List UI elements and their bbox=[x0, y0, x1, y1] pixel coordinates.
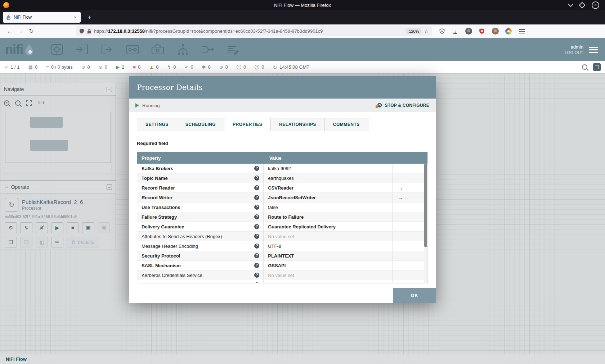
label-icon[interactable] bbox=[225, 43, 241, 56]
help-icon[interactable] bbox=[254, 263, 259, 268]
close-icon[interactable]: ✕ bbox=[592, 1, 599, 9]
window-titlebar: NiFi Flow — Mozilla Firefox ✕ bbox=[0, 0, 605, 10]
property-name: Security Protocol bbox=[142, 253, 180, 259]
back-button[interactable]: ← bbox=[4, 26, 15, 36]
reload-button[interactable]: ↻ bbox=[26, 26, 37, 36]
remote-process-group-icon[interactable] bbox=[150, 43, 166, 56]
tab-settings[interactable]: SETTINGS bbox=[137, 118, 177, 131]
maximize-icon[interactable] bbox=[579, 2, 585, 8]
zoom-level-badge[interactable]: 120% bbox=[406, 28, 421, 34]
new-tab-button[interactable]: + bbox=[84, 12, 95, 23]
running-icon: ▶ bbox=[116, 65, 120, 69]
help-icon[interactable] bbox=[254, 176, 259, 181]
forward-button[interactable]: → bbox=[15, 26, 26, 36]
property-value: Route to Failure bbox=[268, 214, 304, 220]
stop-and-configure-button[interactable]: ⚙ STOP & CONFIGURE bbox=[377, 103, 429, 108]
go-to-service-icon[interactable]: → bbox=[398, 195, 403, 201]
threads-icon: ▦ bbox=[28, 65, 33, 69]
help-icon[interactable] bbox=[254, 185, 259, 190]
property-name: Record Reader bbox=[142, 185, 175, 191]
search-icon[interactable] bbox=[582, 64, 587, 70]
help-icon[interactable] bbox=[254, 224, 259, 229]
property-row: Failure StrategyRoute to Failure bbox=[137, 212, 424, 222]
tab-close-icon[interactable]: ✕ bbox=[73, 15, 77, 20]
output-port-icon[interactable] bbox=[99, 43, 115, 56]
status-running: ▶2 bbox=[116, 64, 124, 70]
cluster-icon: ∞ bbox=[5, 65, 8, 69]
go-to-service-icon[interactable]: → bbox=[398, 185, 403, 191]
status-up-to-date: ✔0 bbox=[185, 64, 193, 70]
process-group-icon[interactable] bbox=[125, 43, 140, 56]
help-icon[interactable] bbox=[254, 195, 259, 200]
nifi-status-bar: ∞1 / 1▦0≡0 / 0 bytes⊘0⊘0▶2■0▲0↯0✔0✱0⊕0!0… bbox=[0, 61, 605, 73]
minimize-icon[interactable] bbox=[568, 1, 574, 7]
processor-icon[interactable] bbox=[49, 43, 65, 56]
connection-lock-icon[interactable] bbox=[87, 29, 91, 34]
table-scrollbar[interactable] bbox=[424, 164, 427, 283]
help-icon[interactable] bbox=[254, 166, 259, 171]
help-icon[interactable] bbox=[254, 214, 259, 219]
input-port-icon[interactable] bbox=[74, 43, 90, 56]
logout-link[interactable]: LOG OUT bbox=[565, 50, 583, 55]
property-name: Record Writer bbox=[142, 195, 172, 200]
status-cluster: ∞1 / 1 bbox=[5, 64, 20, 70]
help-icon[interactable] bbox=[254, 244, 259, 249]
status-count: 2 bbox=[122, 64, 124, 70]
status-count: 0 bbox=[35, 64, 37, 70]
table-rows: Kafka Brokerskafka:9092Topic Nameearthqu… bbox=[137, 164, 424, 283]
dialog-title: Processor Details bbox=[137, 83, 203, 92]
property-value: No value set bbox=[268, 273, 294, 278]
global-menu-icon[interactable] bbox=[589, 47, 598, 53]
nifi-wordmark: nifi bbox=[5, 42, 23, 57]
status-stopped: ■0 bbox=[133, 64, 140, 70]
funnel-icon[interactable] bbox=[175, 43, 191, 56]
required-field-label: Required field bbox=[137, 141, 428, 146]
up-to-date-icon: ✔ bbox=[185, 65, 189, 69]
url-text: https://172.18.0.3:32558/nifi/?processGr… bbox=[94, 28, 404, 34]
status-count: 0 bbox=[156, 64, 158, 70]
status-count: 0 bbox=[138, 64, 140, 70]
window-title: NiFi Flow — Mozilla Firefox bbox=[0, 3, 605, 8]
property-value: UTF-8 bbox=[268, 244, 281, 249]
help-icon[interactable] bbox=[254, 273, 259, 278]
status-threads: ▦0 bbox=[28, 64, 38, 70]
table-header: Property Value bbox=[137, 152, 427, 164]
pocket-icon[interactable] bbox=[437, 27, 447, 36]
property-name: SASL Mechanism bbox=[142, 263, 181, 268]
dialog-header[interactable]: Processor Details bbox=[129, 76, 436, 99]
tab-properties[interactable]: PROPERTIES bbox=[224, 118, 271, 131]
tracking-shield-icon[interactable] bbox=[79, 28, 84, 34]
ok-button[interactable]: OK bbox=[393, 288, 436, 303]
menu-button[interactable] bbox=[517, 27, 526, 36]
profile-avatar-extension-icon[interactable] bbox=[490, 27, 500, 36]
account-avatar[interactable] bbox=[464, 27, 473, 36]
tab-relationships[interactable]: RELATIONSHIPS bbox=[270, 118, 325, 131]
refresh-button[interactable]: ↻ 14:45:08 GMT bbox=[273, 64, 309, 70]
panel-toggle-icon[interactable] bbox=[593, 63, 601, 71]
locally-modified-stale-icon: ! bbox=[237, 65, 241, 69]
pinwheel-extension-icon[interactable] bbox=[504, 27, 513, 36]
help-icon[interactable] bbox=[254, 234, 259, 239]
property-row: Security ProtocolPLAINTEXT bbox=[137, 251, 424, 261]
help-icon[interactable] bbox=[254, 205, 259, 210]
url-bar[interactable]: https://172.18.0.3:32558/nifi/?processGr… bbox=[76, 26, 432, 36]
property-name: Failure Strategy bbox=[142, 214, 177, 220]
tab-title: NiFi Flow bbox=[14, 15, 73, 20]
tab-comments[interactable]: COMMENTS bbox=[324, 118, 368, 131]
help-icon[interactable] bbox=[254, 282, 259, 283]
status-not-transmitting: ⊘0 bbox=[99, 64, 107, 70]
ublock-extension-icon[interactable] bbox=[477, 27, 487, 36]
browser-tabbar: NiFi Flow ✕ + bbox=[0, 10, 605, 24]
component-toolbar bbox=[49, 43, 241, 56]
status-count: 0 bbox=[225, 64, 228, 70]
browser-tab[interactable]: NiFi Flow ✕ bbox=[3, 12, 81, 23]
scrollbar-thumb[interactable] bbox=[424, 164, 427, 247]
template-icon[interactable] bbox=[200, 43, 216, 56]
property-row: Topic Nameearthquakes bbox=[137, 173, 424, 183]
tab-scheduling[interactable]: SCHEDULING bbox=[177, 118, 224, 131]
downloads-icon[interactable]: ↓ bbox=[451, 27, 460, 36]
refresh-icon: ↻ bbox=[273, 64, 277, 70]
run-status-label: Running bbox=[142, 103, 160, 108]
bookmark-star-icon[interactable]: ☆ bbox=[424, 28, 429, 34]
help-icon[interactable] bbox=[254, 253, 259, 258]
